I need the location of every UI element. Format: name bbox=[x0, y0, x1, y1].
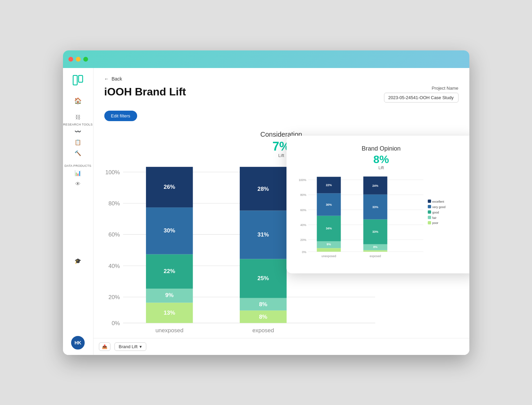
svg-text:30%: 30% bbox=[164, 227, 175, 234]
fingerprint-icon: 👁 bbox=[75, 181, 81, 187]
svg-text:unexposed: unexposed bbox=[155, 327, 183, 334]
svg-text:25%: 25% bbox=[257, 275, 269, 282]
svg-text:very good: very good bbox=[432, 205, 445, 208]
svg-rect-67 bbox=[363, 250, 387, 251]
svg-text:9%: 9% bbox=[165, 292, 173, 298]
education-icon: 🎓 bbox=[75, 258, 81, 264]
svg-text:20%: 20% bbox=[300, 238, 306, 242]
svg-text:33%: 33% bbox=[372, 205, 378, 208]
svg-text:22%: 22% bbox=[326, 183, 332, 187]
main-content: ← Back iOOH Brand Lift Project Name Edit… bbox=[93, 68, 469, 355]
brand-lift-dropdown[interactable]: Brand Lift ▾ bbox=[114, 342, 147, 351]
svg-text:good: good bbox=[432, 210, 439, 214]
svg-text:8%: 8% bbox=[373, 245, 377, 249]
back-link[interactable]: ← Back bbox=[104, 76, 459, 82]
traffic-lights bbox=[68, 57, 88, 62]
sidebar-item-waveform[interactable]: 〰️ bbox=[66, 126, 90, 137]
svg-text:60%: 60% bbox=[300, 208, 306, 211]
svg-text:8%: 8% bbox=[259, 301, 267, 308]
svg-text:9%: 9% bbox=[326, 243, 331, 246]
svg-text:24%: 24% bbox=[372, 184, 378, 187]
svg-text:100%: 100% bbox=[298, 178, 306, 182]
tools-icon: 🔨 bbox=[75, 151, 81, 156]
sidebar: 🏠 ⛓ RESEARCH TOOLS 〰️ 📋 🔨 DATA PRODUCTS bbox=[63, 68, 93, 355]
home-icon: 🏠 bbox=[74, 98, 82, 104]
svg-text:0%: 0% bbox=[302, 250, 306, 253]
project-name-input[interactable] bbox=[384, 93, 459, 103]
sidebar-item-link[interactable]: ⛓ bbox=[66, 112, 90, 123]
svg-text:33%: 33% bbox=[372, 230, 378, 233]
svg-text:40%: 40% bbox=[300, 223, 306, 226]
app-body: 🏠 ⛓ RESEARCH TOOLS 〰️ 📋 🔨 DATA PRODUCTS bbox=[63, 68, 469, 355]
svg-text:0%: 0% bbox=[111, 320, 120, 327]
sidebar-item-home[interactable]: 🏠 bbox=[66, 95, 90, 107]
title-bar bbox=[63, 50, 469, 68]
clipboard-icon: 📋 bbox=[75, 140, 81, 145]
svg-text:40%: 40% bbox=[108, 263, 120, 269]
svg-text:20%: 20% bbox=[108, 294, 120, 300]
svg-text:100%: 100% bbox=[105, 169, 120, 176]
page-title: iOOH Brand Lift bbox=[104, 86, 186, 98]
sidebar-item-eye[interactable]: 👁 bbox=[66, 179, 90, 189]
sidebar-item-tools[interactable]: 🔨 bbox=[66, 148, 90, 159]
svg-text:excellent: excellent bbox=[432, 200, 444, 203]
bottom-toolbar: 📤 Brand Lift ▾ bbox=[93, 338, 469, 355]
svg-rect-1 bbox=[79, 75, 83, 82]
dropdown-chevron-icon: ▾ bbox=[140, 344, 142, 349]
export-button[interactable]: 📤 bbox=[99, 342, 110, 351]
link-icon: ⛓ bbox=[75, 115, 81, 120]
user-avatar[interactable]: HK bbox=[71, 336, 85, 350]
avatar-initials: HK bbox=[75, 340, 81, 345]
svg-rect-0 bbox=[73, 75, 77, 85]
analytics-icon: 📊 bbox=[75, 171, 81, 176]
svg-text:unexposed: unexposed bbox=[321, 254, 336, 258]
brand-opinion-lift-label: Lift bbox=[297, 165, 465, 170]
svg-rect-82 bbox=[428, 210, 431, 213]
edit-filters-button[interactable]: Edit filters bbox=[104, 111, 137, 121]
svg-text:fair: fair bbox=[432, 216, 436, 219]
sidebar-item-education[interactable]: 🎓 bbox=[66, 256, 90, 267]
page-header: iOOH Brand Lift Project Name bbox=[104, 86, 459, 103]
back-arrow-icon: ← bbox=[104, 76, 109, 82]
svg-text:34%: 34% bbox=[326, 227, 332, 230]
svg-rect-58 bbox=[317, 248, 341, 252]
svg-text:80%: 80% bbox=[108, 200, 120, 207]
waveform-icon: 〰️ bbox=[75, 129, 81, 134]
svg-text:28%: 28% bbox=[257, 186, 269, 192]
svg-rect-80 bbox=[428, 205, 431, 208]
brand-opinion-card: Brand Opinion 8% Lift 100% 80% 60% 40% 2… bbox=[286, 136, 469, 273]
svg-rect-86 bbox=[428, 221, 431, 224]
maximize-button[interactable] bbox=[83, 57, 88, 62]
svg-text:30%: 30% bbox=[326, 203, 332, 206]
svg-text:8%: 8% bbox=[259, 314, 267, 320]
svg-text:31%: 31% bbox=[257, 231, 269, 238]
svg-text:22%: 22% bbox=[164, 268, 175, 274]
svg-text:13%: 13% bbox=[164, 310, 175, 316]
svg-text:exposed: exposed bbox=[369, 254, 381, 258]
sidebar-item-clipboard[interactable]: 📋 bbox=[66, 137, 90, 148]
svg-text:26%: 26% bbox=[164, 184, 175, 190]
export-icon: 📤 bbox=[102, 344, 107, 349]
brand-lift-label: Brand Lift bbox=[119, 344, 138, 349]
app-window: 🏠 ⛓ RESEARCH TOOLS 〰️ 📋 🔨 DATA PRODUCTS bbox=[63, 50, 469, 355]
brand-opinion-title: Brand Opinion bbox=[297, 145, 465, 152]
svg-text:80%: 80% bbox=[300, 193, 306, 197]
sidebar-item-analytics[interactable]: 📊 bbox=[66, 168, 90, 179]
data-products-label: DATA PRODUCTS bbox=[64, 164, 91, 168]
svg-text:60%: 60% bbox=[108, 231, 120, 238]
brand-opinion-lift-value: 8% bbox=[297, 154, 465, 165]
svg-rect-84 bbox=[428, 216, 431, 219]
svg-text:poor: poor bbox=[432, 221, 438, 225]
project-name-section: Project Name bbox=[384, 86, 459, 103]
svg-text:exposed: exposed bbox=[252, 327, 274, 334]
logo bbox=[71, 73, 85, 87]
project-name-label: Project Name bbox=[384, 86, 459, 91]
close-button[interactable] bbox=[68, 57, 73, 62]
svg-rect-78 bbox=[428, 200, 431, 203]
research-tools-label: RESEARCH TOOLS bbox=[63, 123, 93, 127]
back-label: Back bbox=[112, 76, 122, 82]
brand-opinion-chart-svg: 100% 80% 60% 40% 20% 0% bbox=[297, 176, 465, 263]
minimize-button[interactable] bbox=[76, 57, 81, 62]
